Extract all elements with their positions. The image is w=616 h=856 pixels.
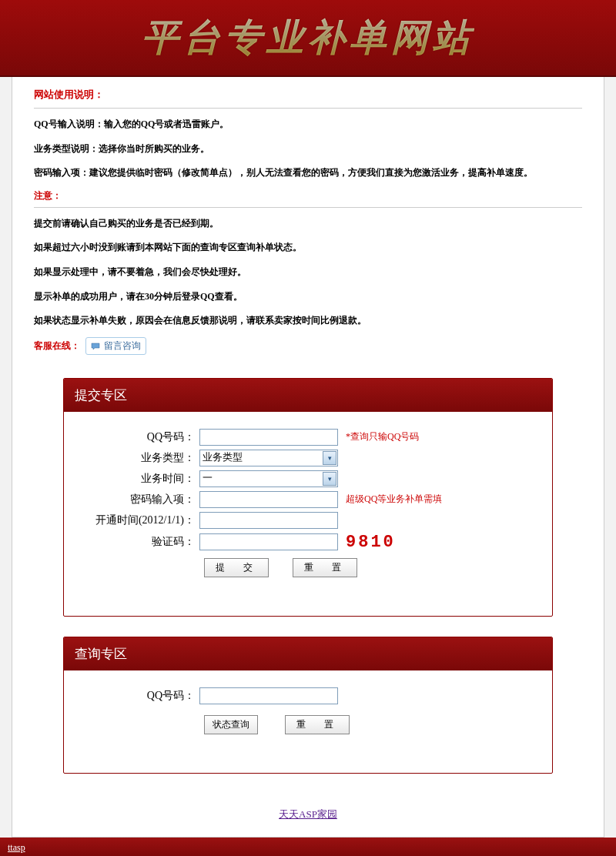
query-reset-button[interactable]: 重 置 [285, 715, 350, 734]
reset-button[interactable]: 重 置 [293, 558, 357, 577]
divider [34, 108, 582, 109]
service-label: 客服在线： [34, 340, 80, 351]
footer-row: 天天ASP家园 [12, 784, 604, 837]
qq-input[interactable] [199, 429, 338, 446]
notice-line: 提交前请确认自己购买的业务是否已经到期。 [34, 216, 582, 232]
bottom-link[interactable]: ttasp [8, 842, 25, 853]
query-panel: 查询专区 QQ号码： 状态查询 重 置 [63, 637, 553, 774]
qq-label: QQ号码： [84, 430, 199, 444]
chat-bubble-icon [91, 342, 100, 351]
main-container: 网站使用说明： QQ号输入说明：输入您的QQ号或者迅雷账户。 业务类型说明：选择… [12, 77, 604, 838]
chevron-down-icon [323, 451, 336, 465]
submit-panel-body: QQ号码： *查询只输QQ号码 业务类型： 业务类型 业务时间： 一 密码输入 [64, 412, 552, 616]
header-banner: 平台专业补单网站 [0, 0, 616, 77]
instruction-line: 业务类型说明：选择你当时所购买的业务。 [34, 141, 582, 158]
query-qq-label: QQ号码： [84, 689, 199, 703]
chevron-down-icon [323, 472, 336, 486]
type-select-value: 业务类型 [203, 451, 243, 463]
notice-line: 如果状态显示补单失败，原因会在信息反馈那说明，请联系卖家按时间比例退款。 [34, 313, 582, 329]
password-label: 密码输入项： [84, 493, 199, 507]
query-panel-header: 查询专区 [64, 637, 552, 670]
msg-btn-label: 留言咨询 [104, 340, 141, 351]
instructions-section: 网站使用说明： QQ号输入说明：输入您的QQ号或者迅雷账户。 业务类型说明：选择… [12, 77, 604, 358]
captcha-input[interactable] [199, 533, 338, 550]
password-input[interactable] [199, 491, 338, 508]
instruction-line: QQ号输入说明：输入您的QQ号或者迅雷账户。 [34, 116, 582, 133]
type-label: 业务类型： [84, 451, 199, 465]
notice-title: 注意： [34, 189, 582, 202]
captcha-image: 9810 [346, 533, 396, 552]
captcha-label: 验证码： [84, 535, 199, 549]
query-panel-body: QQ号码： 状态查询 重 置 [64, 670, 552, 773]
open-time-input[interactable] [199, 512, 338, 529]
query-qq-input[interactable] [199, 687, 338, 704]
leave-message-button[interactable]: 留言咨询 [85, 337, 146, 355]
status-query-button[interactable]: 状态查询 [204, 715, 258, 734]
open-time-label: 开通时间(2012/1/1)： [84, 513, 199, 527]
submit-panel: 提交专区 QQ号码： *查询只输QQ号码 业务类型： 业务类型 业务时间： 一 [63, 378, 553, 617]
notice-line: 如果超过六小时没到账请到本网站下面的查询专区查询补单状态。 [34, 239, 582, 256]
password-hint: 超级QQ等业务补单需填 [346, 493, 442, 506]
service-row: 客服在线： 留言咨询 [34, 337, 582, 355]
submit-panel-header: 提交专区 [64, 379, 552, 412]
time-label: 业务时间： [84, 472, 199, 486]
notice-line: 如果显示处理中，请不要着急，我们会尽快处理好。 [34, 264, 582, 281]
site-title: 平台专业补单网站 [142, 13, 474, 62]
instruction-line: 密码输入项：建议您提供临时密码（修改简单点），别人无法查看您的密码，方便我们直接… [34, 165, 582, 182]
time-select-value: 一 [203, 472, 213, 483]
divider [34, 207, 582, 208]
footer-link[interactable]: 天天ASP家园 [279, 808, 337, 820]
type-select[interactable]: 业务类型 [199, 450, 338, 466]
instructions-title: 网站使用说明： [34, 88, 582, 102]
time-select[interactable]: 一 [199, 470, 338, 487]
qq-hint: *查询只输QQ号码 [346, 430, 419, 443]
submit-button[interactable]: 提 交 [204, 558, 269, 577]
bottom-bar: ttasp [0, 838, 616, 856]
notice-line: 显示补单的成功用户，请在30分钟后登录QQ查看。 [34, 289, 582, 306]
